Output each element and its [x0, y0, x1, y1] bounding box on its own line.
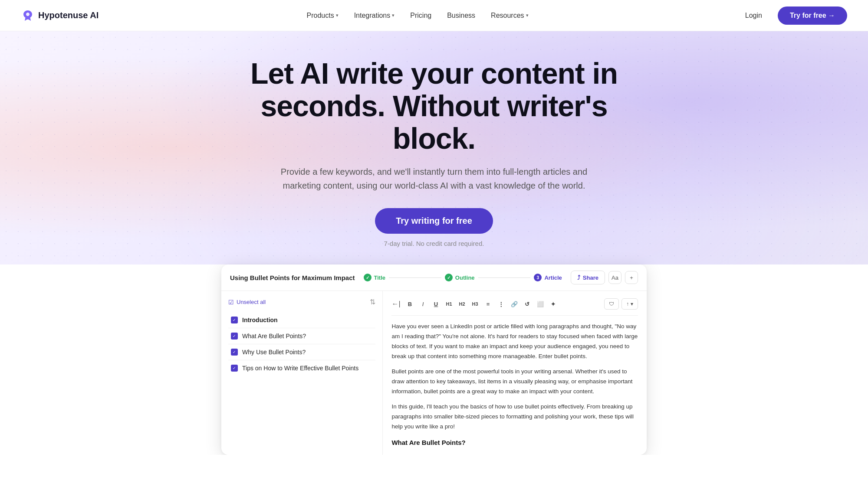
left-toolbar: ☑ Unselect all ⇅	[228, 298, 375, 306]
outline-item-why: ✓ Why Use Bullet Points?	[228, 344, 375, 360]
demo-body: ☑ Unselect all ⇅ ✓ Introduction ✓ What A…	[221, 291, 647, 455]
image-button[interactable]: ⬜	[534, 298, 546, 310]
add-button[interactable]: +	[625, 271, 638, 284]
h1-button[interactable]: H1	[443, 298, 455, 310]
shield-icon: 🛡	[609, 301, 614, 307]
article-subheading: What Are Bullet Points?	[391, 437, 638, 448]
outline-item-label: Tips on How to Write Effective Bullet Po…	[242, 365, 358, 372]
logo[interactable]: Hypotenuse AI	[21, 9, 99, 23]
demo-header-right: ⤴ Share Aa +	[571, 271, 638, 284]
upload-button[interactable]: ↑ ▾	[621, 298, 638, 310]
step-line-2	[478, 278, 531, 278]
hero-content: Let AI write your content in seconds. Wi…	[239, 57, 629, 247]
outline-item-label: What Are Bullet Points?	[242, 333, 306, 340]
step-num-icon: 3	[534, 274, 542, 281]
nav-item-resources[interactable]: Resources ▾	[484, 8, 535, 23]
nav-links: Products ▾ Integrations ▾ Pricing Busine…	[300, 8, 536, 23]
outline-item-label: Why Use Bullet Points?	[242, 349, 306, 356]
demo-left-panel: ☑ Unselect all ⇅ ✓ Introduction ✓ What A…	[221, 291, 383, 455]
underline-button[interactable]: U	[430, 298, 442, 310]
nav-item-pricing[interactable]: Pricing	[403, 8, 438, 23]
bold-button[interactable]: B	[404, 298, 416, 310]
article-paragraph-3: In this guide, I'll teach you the basics…	[391, 402, 638, 432]
upload-icon: ↑	[626, 301, 629, 307]
try-free-button[interactable]: Try for free →	[778, 7, 847, 25]
outline-item-what: ✓ What Are Bullet Points?	[228, 328, 375, 344]
hero-note: 7-day trial. No credit card required.	[239, 240, 629, 247]
list-button[interactable]: ≡	[482, 298, 494, 310]
step-title-label: Title	[374, 274, 386, 281]
check-box[interactable]: ✓	[231, 365, 238, 372]
undo-button[interactable]: ↺	[521, 298, 533, 310]
step-check-icon: ✓	[364, 274, 372, 281]
demo-card: Using Bullet Points for Maximum Impact ✓…	[221, 264, 647, 455]
toolbar-right: 🛡 ↑ ▾	[604, 298, 638, 310]
step-line	[389, 278, 441, 278]
article-content: Have you ever seen a LinkedIn post or ar…	[391, 322, 638, 448]
nav-item-business[interactable]: Business	[440, 8, 482, 23]
share-button[interactable]: ⤴ Share	[571, 271, 605, 284]
checkbox-icon: ☑	[228, 299, 234, 306]
demo-section: Using Bullet Points for Maximum Impact ✓…	[0, 264, 868, 455]
doc-title: Using Bullet Points for Maximum Impact	[230, 274, 355, 281]
demo-header: Using Bullet Points for Maximum Impact ✓…	[221, 264, 647, 291]
translate-button[interactable]: Aa	[608, 271, 621, 284]
hero-cta-button[interactable]: Try writing for free	[375, 208, 493, 234]
link-button[interactable]: 🔗	[508, 298, 520, 310]
demo-right-panel: ←| B I U H1 H2 H3 ≡ ⋮ 🔗 ↺ ⬜ ✦	[383, 291, 647, 455]
step-article-label: Article	[544, 274, 562, 281]
back-arrow-icon[interactable]: ←|	[391, 300, 400, 308]
nav-item-integrations[interactable]: Integrations ▾	[347, 8, 402, 23]
check-box[interactable]: ✓	[231, 317, 238, 323]
article-paragraph-1: Have you ever seen a LinkedIn post or ar…	[391, 322, 638, 362]
translate-icon: Aa	[612, 274, 618, 281]
chevron-down-icon: ▾	[336, 13, 339, 18]
step-title: ✓ Title	[364, 274, 386, 281]
login-button[interactable]: Login	[736, 8, 771, 23]
step-outline-label: Outline	[455, 274, 475, 281]
nav-item-products[interactable]: Products ▾	[300, 8, 345, 23]
check-box[interactable]: ✓	[231, 333, 238, 340]
check-box[interactable]: ✓	[231, 349, 238, 356]
logo-text: Hypotenuse AI	[38, 10, 99, 20]
chevron-down-icon: ▾	[392, 13, 395, 18]
ordered-list-button[interactable]: ⋮	[495, 298, 507, 310]
unselect-all-button[interactable]: ☑ Unselect all	[228, 299, 266, 306]
back-area: ←| B I U H1 H2 H3 ≡ ⋮ 🔗 ↺ ⬜ ✦	[391, 298, 638, 310]
hero-subtitle: Provide a few keywords, and we'll instan…	[278, 165, 590, 193]
article-paragraph-2: Bullet points are one of the most powerf…	[391, 367, 638, 397]
sort-icon[interactable]: ⇅	[370, 298, 375, 306]
chevron-down-icon: ▾	[526, 13, 529, 18]
hero-title: Let AI write your content in seconds. Wi…	[239, 57, 629, 154]
navbar: Hypotenuse AI Products ▾ Integrations ▾ …	[0, 0, 868, 31]
shield-button[interactable]: 🛡	[604, 298, 619, 310]
step-article: 3 Article	[534, 274, 562, 281]
step-outline: ✓ Outline	[445, 274, 475, 281]
hero-section: Let AI write your content in seconds. Wi…	[0, 31, 868, 264]
editor-toolbar: B I U H1 H2 H3 ≡ ⋮ 🔗 ↺ ⬜ ✦	[404, 298, 638, 310]
italic-button[interactable]: I	[417, 298, 429, 310]
nav-actions: Login Try for free →	[736, 7, 847, 25]
outline-item-label: Introduction	[242, 317, 278, 323]
demo-steps: ✓ Title ✓ Outline 3 Article	[364, 274, 562, 281]
step-check-icon: ✓	[445, 274, 453, 281]
plus-icon: +	[630, 274, 633, 281]
h2-button[interactable]: H2	[456, 298, 468, 310]
h3-button[interactable]: H3	[469, 298, 481, 310]
share-icon: ⤴	[577, 274, 580, 281]
outline-item-introduction: ✓ Introduction	[228, 312, 375, 328]
chevron-down-icon: ▾	[631, 301, 633, 307]
extra-button[interactable]: ✦	[547, 298, 559, 310]
outline-item-tips: ✓ Tips on How to Write Effective Bullet …	[228, 360, 375, 376]
